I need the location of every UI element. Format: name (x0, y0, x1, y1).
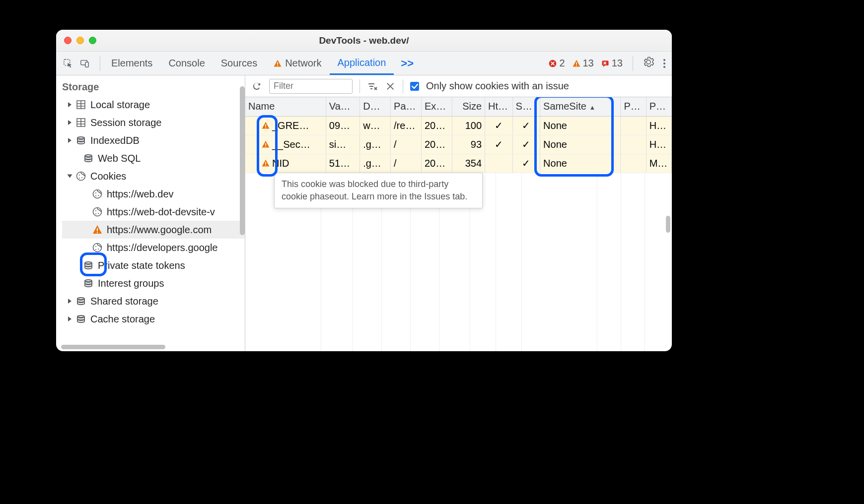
more-tabs-button[interactable]: >> (394, 57, 421, 70)
warning-icon (261, 159, 270, 168)
col-header-9[interactable]: P… (621, 97, 646, 116)
tab-sources[interactable]: Sources (213, 52, 265, 75)
error-icon (548, 59, 557, 68)
sidebar-item-label: Cookies (90, 171, 126, 182)
sidebar-item-7[interactable]: https://www.google.com (62, 221, 245, 239)
col-header-8[interactable]: SameSite ▲ (540, 97, 621, 116)
cookie-icon (92, 189, 103, 199)
sidebar-item-1[interactable]: Session storage (62, 114, 245, 131)
table-row[interactable]: _GRE…09…w…/re…20…100✓✓NoneH… (245, 116, 672, 135)
storage-sidebar: Storage Local storageSession storageInde… (56, 75, 245, 351)
expand-icon (68, 175, 72, 178)
sidebar-item-label: Cache storage (90, 314, 155, 325)
expand-icon (68, 102, 72, 107)
sidebar-section-header: Storage (62, 79, 245, 96)
grid-icon (75, 99, 86, 110)
filter-input[interactable] (269, 79, 353, 94)
cookie-name: NID (272, 158, 289, 169)
errors-indicator[interactable]: 2 (548, 58, 565, 69)
cookies-toolbar: Only show cookies with an issue (245, 75, 672, 97)
kebab-menu[interactable] (663, 59, 666, 68)
warning-icon (572, 59, 581, 68)
window-title: DevTools - web.dev/ (56, 35, 672, 46)
refresh-button[interactable] (251, 81, 262, 92)
col-header-5[interactable]: Size (452, 97, 485, 116)
warning-icon (261, 140, 270, 149)
sidebar-item-label: Shared storage (90, 296, 158, 307)
clear-all-button[interactable] (385, 81, 396, 92)
sidebar-item-2[interactable]: IndexedDB (62, 131, 245, 149)
db-icon (75, 314, 86, 324)
db-icon (75, 296, 86, 307)
warnings-indicator[interactable]: 13 (572, 58, 594, 69)
sidebar-item-9[interactable]: Private state tokens (62, 256, 245, 274)
only-issues-label: Only show cookies with an issue (426, 80, 569, 92)
cookie-icon (92, 206, 103, 217)
tab-application[interactable]: Application (330, 52, 394, 75)
sidebar-item-12[interactable]: Cache storage (62, 310, 245, 328)
warning-icon (273, 59, 282, 68)
settings-button[interactable] (643, 57, 654, 70)
warning-icon (261, 121, 270, 130)
grid-icon (75, 117, 86, 128)
devtools-toolbar: Elements Console Sources Network Applica… (56, 52, 672, 75)
table-row[interactable]: NID51….g…/20…354✓NoneM… (245, 154, 672, 173)
sidebar-item-label: Session storage (90, 117, 161, 128)
warning-icon (92, 224, 103, 235)
sidebar-item-3[interactable]: Web SQL (62, 149, 245, 167)
expand-icon (68, 120, 72, 125)
tab-console[interactable]: Console (160, 52, 213, 75)
db-icon (83, 278, 94, 289)
col-header-0[interactable]: Name (245, 97, 326, 116)
cookies-panel: Only show cookies with an issue NameVa…D… (245, 75, 672, 351)
tab-elements[interactable]: Elements (103, 52, 160, 75)
sidebar-item-label: Interest groups (98, 278, 164, 289)
tab-network[interactable]: Network (265, 52, 329, 75)
inspect-icon[interactable] (63, 59, 73, 68)
table-row[interactable]: __Sec…si….g…/20…93✓✓NoneH… (245, 135, 672, 154)
message-icon (601, 59, 610, 68)
cookie-name: _GRE… (272, 120, 309, 131)
devtools-window: DevTools - web.dev/ Elements Console Sou… (56, 30, 672, 351)
sidebar-item-11[interactable]: Shared storage (62, 292, 245, 310)
col-header-10[interactable]: P… (646, 97, 671, 116)
cookie-icon (75, 171, 86, 182)
window-controls (56, 37, 96, 44)
db-icon (83, 260, 94, 271)
db-icon (75, 135, 86, 146)
cookie-icon (92, 242, 103, 253)
sidebar-item-0[interactable]: Local storage (62, 96, 245, 114)
col-header-2[interactable]: D… (360, 97, 391, 116)
table-scrollbar-v[interactable] (666, 216, 670, 233)
sidebar-item-10[interactable]: Interest groups (62, 274, 245, 292)
titlebar: DevTools - web.dev/ (56, 30, 672, 52)
sidebar-item-8[interactable]: https://developers.google (62, 239, 245, 256)
sidebar-item-label: Local storage (90, 99, 150, 111)
minimize-button[interactable] (76, 37, 84, 44)
only-issues-checkbox[interactable] (410, 82, 419, 91)
sidebar-item-label: Private state tokens (98, 260, 185, 271)
cookies-table: NameVa…D…Pa…Ex…SizeHt…Se…SameSite ▲P…P… … (245, 97, 672, 351)
sort-arrow-icon: ▲ (587, 104, 595, 111)
sidebar-item-5[interactable]: https://web.dev (62, 185, 245, 203)
panel-tabs: Elements Console Sources Network Applica… (103, 52, 421, 75)
sidebar-item-label: https://web-dot-devsite-v (107, 206, 215, 218)
close-button[interactable] (64, 37, 72, 44)
col-header-3[interactable]: Pa… (391, 97, 422, 116)
clear-filter-button[interactable] (367, 81, 378, 92)
sidebar-scrollbar-h[interactable] (61, 345, 165, 349)
expand-icon (68, 299, 72, 304)
sidebar-item-4[interactable]: Cookies (62, 167, 245, 185)
col-header-4[interactable]: Ex… (421, 97, 452, 116)
sidebar-item-6[interactable]: https://web-dot-devsite-v (62, 203, 245, 221)
maximize-button[interactable] (89, 37, 96, 44)
sidebar-item-label: https://developers.google (107, 242, 218, 253)
sidebar-scrollbar-v[interactable] (240, 86, 245, 235)
expand-icon (68, 316, 72, 321)
messages-indicator[interactable]: 13 (601, 58, 623, 69)
col-header-1[interactable]: Va… (326, 97, 360, 116)
col-header-6[interactable]: Ht… (485, 97, 513, 116)
col-header-7[interactable]: Se… (512, 97, 540, 116)
device-toggle-icon[interactable] (80, 59, 90, 68)
cookie-blocked-tooltip: This cookie was blocked due to third-par… (274, 173, 483, 208)
